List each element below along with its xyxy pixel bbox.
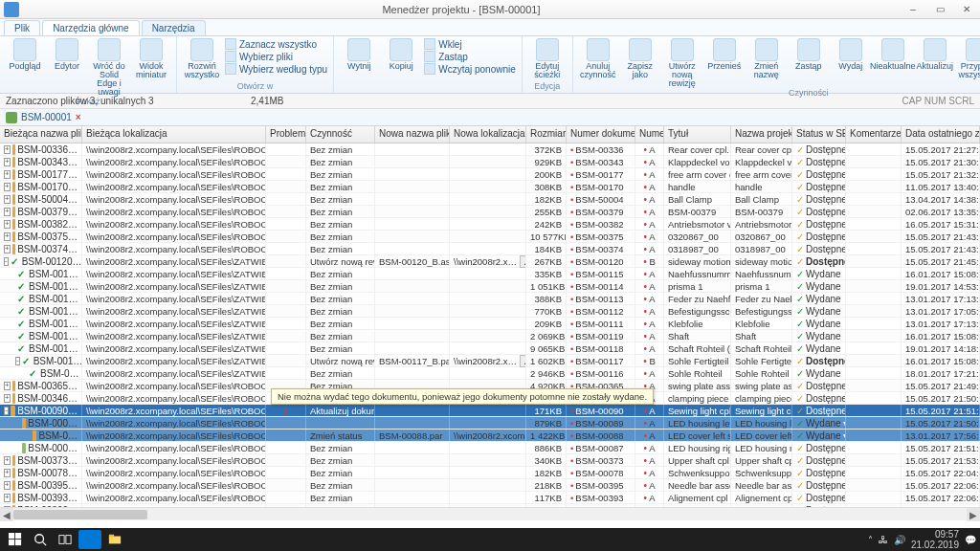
table-row[interactable]: ✓BSM-001…\\win2008r2.xcompany.local\SEFi… <box>0 268 980 280</box>
table-row[interactable]: +BSM-00395…\\win2008r2.xcompany.local\SE… <box>0 479 980 492</box>
taskbar-clock[interactable]: 09:57 21.02.2019 <box>911 529 959 550</box>
column-header[interactable]: Komentarze <box>846 126 902 143</box>
table-row[interactable]: +BSM-00379…\\win2008r2.xcompany.local\SE… <box>0 206 980 218</box>
taskbar-app-edge[interactable] <box>78 530 101 549</box>
system-tray[interactable]: ˄ 🖧 🔊 09:57 21.02.2019 💬 <box>868 529 976 550</box>
column-header[interactable]: Bieżąca nazwa pliku <box>0 126 82 143</box>
taskbar-app-4[interactable] <box>203 530 226 549</box>
table-row[interactable]: ✓BSM-001…\\win2008r2.xcompany.local\SEFi… <box>0 330 980 342</box>
search-icon[interactable] <box>29 530 52 549</box>
ribbon-button[interactable]: Rozwiń wszystko <box>183 38 221 79</box>
table-row[interactable]: +BSM-00393…\\win2008r2.xcompany.local\SE… <box>0 492 980 504</box>
grid-body[interactable]: +BSM-00336…\\win2008r2.xcompany.local\SE… <box>0 143 980 507</box>
ribbon-small-button[interactable]: Wybierz pliki <box>225 51 327 62</box>
table-row[interactable]: +BSM-00373…\\win2008r2.xcompany.local\SE… <box>0 454 980 467</box>
ribbon-button[interactable]: Edytuj ścieżki <box>528 38 567 79</box>
table-row[interactable]: +BSM-50004…\\win2008r2.xcompany.local\SE… <box>0 193 980 206</box>
table-row[interactable]: -✓BSM-00120…\\win2008r2.xcompany.local\S… <box>0 255 980 268</box>
document-tab[interactable]: BSM-00001 × <box>0 109 980 126</box>
document-close-button[interactable]: × <box>76 112 81 122</box>
ribbon-button[interactable]: Podgląd <box>6 38 44 71</box>
browse-button[interactable]: … <box>520 255 526 268</box>
ribbon-button[interactable]: Przenieś <box>705 38 744 71</box>
ribbon-button[interactable]: Widok miniatur <box>132 38 170 79</box>
ribbon-button[interactable]: Anuluj czynność <box>579 38 617 79</box>
ribbon-button[interactable]: Zmień nazwę <box>747 38 786 79</box>
table-row[interactable]: +BSM-00375…\\win2008r2.xcompany.local\SE… <box>0 231 980 243</box>
tree-expander[interactable]: - <box>15 357 20 365</box>
ribbon-button[interactable]: Aktualizuj <box>916 38 954 71</box>
scroll-thumb[interactable] <box>13 510 147 519</box>
tree-expander[interactable]: + <box>4 232 11 241</box>
column-header[interactable]: Czynność <box>306 126 375 143</box>
column-header[interactable]: Nazwa projektu <box>731 126 792 143</box>
table-row[interactable]: ✓BSM-001…\\win2008r2.xcompany.local\SEFi… <box>0 342 980 355</box>
column-header[interactable]: Tytuł <box>664 126 731 143</box>
ribbon-button[interactable]: Utwórz nową rewizję <box>663 38 702 88</box>
tree-expander[interactable]: + <box>4 382 11 390</box>
tree-expander[interactable]: + <box>4 170 11 179</box>
table-row[interactable]: -BSM-00090…\\win2008r2.xcompany.local\SE… <box>0 405 980 417</box>
tree-expander[interactable]: + <box>4 220 11 229</box>
ribbon-button[interactable]: Nieaktualne <box>874 38 912 71</box>
column-header[interactable]: Numer re… <box>635 126 664 143</box>
ribbon-button[interactable]: Edytor <box>48 38 86 71</box>
taskbar-app-3[interactable] <box>178 530 201 549</box>
tab-tools[interactable]: Narzędzia <box>142 20 206 35</box>
ribbon-button[interactable]: Przypisz wszystkie <box>958 38 980 79</box>
table-row[interactable]: -✓BSM-001…\\win2008r2.xcompany.local\SEF… <box>0 355 980 367</box>
minimize-button[interactable]: – <box>900 0 926 19</box>
table-row[interactable]: BSM-0…\\win2008r2.xcompany.local\SEFiles… <box>0 430 980 442</box>
column-header[interactable]: Numer dokumentu <box>567 126 635 143</box>
ribbon-small-button[interactable]: Wczytaj ponownie <box>424 63 516 75</box>
horizontal-scrollbar[interactable]: ◀ ▶ <box>0 507 980 520</box>
table-row[interactable]: ✓BSM-001…\\win2008r2.xcompany.local\SEFi… <box>0 318 980 330</box>
ribbon-small-button[interactable]: Zastąp <box>424 51 516 62</box>
notifications-icon[interactable]: 💬 <box>965 535 976 545</box>
tree-expander[interactable]: + <box>4 145 11 154</box>
tray-volume-icon[interactable]: 🔊 <box>894 535 905 545</box>
tab-home[interactable]: Narzędzia główne <box>42 20 140 35</box>
tray-chevron-icon[interactable]: ˄ <box>868 535 873 545</box>
tree-expander[interactable]: + <box>4 494 11 502</box>
ribbon-small-button[interactable]: Wklej <box>424 38 516 50</box>
ribbon-button[interactable]: Zapisz jako <box>621 38 659 79</box>
scroll-left-button[interactable]: ◀ <box>0 508 13 521</box>
task-view-icon[interactable] <box>54 530 77 549</box>
browse-button[interactable]: … <box>520 355 526 367</box>
tab-file[interactable]: Plik <box>4 20 40 35</box>
column-header[interactable]: Rozmiar <box>526 126 567 143</box>
column-header[interactable]: Nowa nazwa pliku <box>375 126 450 143</box>
close-button[interactable]: ✕ <box>953 0 980 19</box>
table-row[interactable]: BSM-000…\\win2008r2.xcompany.local\SEFil… <box>0 417 980 430</box>
ribbon-button[interactable]: Wytnij <box>340 38 378 71</box>
ribbon-button[interactable]: Zastąp <box>790 38 828 71</box>
tree-expander[interactable]: - <box>4 407 9 415</box>
tree-expander[interactable]: - <box>4 257 9 266</box>
ribbon-button[interactable]: Kopiuj <box>382 38 420 71</box>
taskbar-app-1[interactable] <box>128 530 151 549</box>
column-header[interactable]: Nowa lokalizacja <box>450 126 526 143</box>
column-header[interactable]: Problemy <box>266 126 306 143</box>
table-row[interactable]: +BSM-00374…\\win2008r2.xcompany.local\SE… <box>0 243 980 255</box>
start-button[interactable] <box>4 530 27 549</box>
table-row[interactable]: ✓BSM-0…\\win2008r2.xcompany.local\SEFile… <box>0 367 980 380</box>
tree-expander[interactable]: + <box>4 195 11 204</box>
table-row[interactable]: +BSM-00343…\\win2008r2.xcompany.local\SE… <box>0 156 980 168</box>
table-row[interactable]: +BSM-00170…\\win2008r2.xcompany.local\SE… <box>0 181 980 193</box>
table-row[interactable]: +BSM-00382…\\win2008r2.xcompany.local\SE… <box>0 218 980 231</box>
tree-expander[interactable]: + <box>4 183 11 191</box>
ribbon-button[interactable]: Wróć do Solid Edge i uwagi <box>90 38 128 97</box>
tree-expander[interactable]: + <box>4 481 11 490</box>
tree-expander[interactable]: + <box>4 456 11 465</box>
tree-expander[interactable]: + <box>4 394 11 403</box>
column-header[interactable]: Data ostatniego za… <box>902 126 980 143</box>
table-row[interactable]: ✓BSM-001…\\win2008r2.xcompany.local\SEFi… <box>0 280 980 293</box>
taskbar-app-explorer[interactable] <box>103 530 126 549</box>
table-row[interactable]: +BSM-00177…\\win2008r2.xcompany.local\SE… <box>0 168 980 181</box>
tree-expander[interactable]: + <box>4 245 11 253</box>
column-header[interactable]: Status w SE <box>792 126 846 143</box>
tree-expander[interactable]: + <box>4 208 11 216</box>
table-row[interactable]: ✓BSM-001…\\win2008r2.xcompany.local\SEFi… <box>0 293 980 305</box>
ribbon-small-button[interactable]: Zaznacz wszystko <box>225 38 327 50</box>
